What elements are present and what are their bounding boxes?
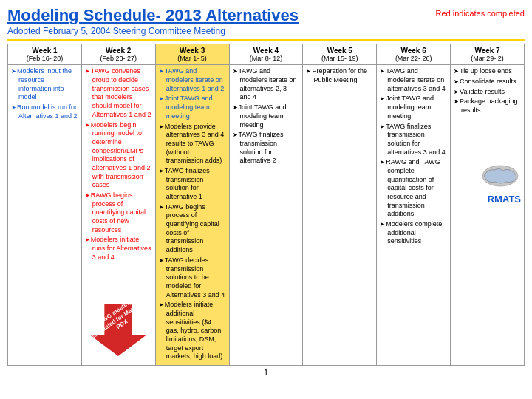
w3-item3: Modelers provide alternatives 3 and 4 re…: [159, 123, 226, 166]
w2-item3: RAWG begins process of quantifying capit…: [85, 191, 152, 234]
week2-date: (Feb 23- 27): [85, 55, 152, 62]
rmats-block: RMATS: [454, 117, 521, 206]
page: Modeling Schedule- 2013 Alternatives Ado…: [0, 0, 532, 380]
week5-label: Week 5: [306, 47, 373, 55]
col-week3: Week 3 (Mar 1- 5): [155, 44, 229, 65]
table-row: Modelers input the resource information …: [8, 65, 525, 366]
col-week6: Week 6 (Mar 22- 26): [377, 44, 451, 65]
w5-item1: Preparation for the Public Meeting: [306, 67, 373, 84]
rmats-label: RMATS: [454, 194, 521, 206]
cell-week6: TAWG and modelers iterate on alternative…: [377, 65, 451, 366]
w4-item2: Joint TAWG and modeling team meeting: [233, 103, 300, 129]
w3-item4: TAWG finalizes transmission solution for…: [159, 167, 226, 202]
header: Modeling Schedule- 2013 Alternatives Ado…: [7, 6, 525, 36]
divider: [7, 39, 525, 41]
w2-item1: TAWG convenes group to decide transmissi…: [85, 67, 152, 119]
cell-week1: Modelers input the resource information …: [8, 65, 82, 366]
page-number: 1: [264, 368, 268, 377]
w1-item1: Modelers input the resource information …: [11, 67, 78, 102]
week7-date: (Mar 29- 2): [454, 55, 521, 62]
w2-item4: Modelers initiate runs for Alternatives …: [85, 236, 152, 262]
arrow-container: TAWG meeting scheduled for Mar 9e at PDX: [85, 304, 151, 359]
week1-date: (Feb 16- 20): [11, 55, 78, 62]
w7-item1: Tie up loose ends: [454, 67, 521, 76]
red-note: Red indicates completed: [436, 9, 525, 18]
w7-item4: Package packaging results: [454, 98, 521, 115]
week6-label: Week 6: [380, 47, 447, 55]
w4-item3: TAWG finalizes transmission solution for…: [233, 131, 300, 166]
col-week7: Week 7 (Mar 29- 2): [451, 44, 525, 65]
schedule-table: Week 1 (Feb 16- 20) Week 2 (Feb 23- 27) …: [7, 44, 525, 366]
footer: 1: [7, 368, 525, 377]
cell-week2: TAWG convenes group to decide transmissi…: [81, 65, 155, 366]
week6-date: (Mar 22- 26): [380, 55, 447, 62]
cell-week4: TAWG and modelers iterate on alternative…: [229, 65, 303, 366]
w6-item5: Modelers complete additional sensitiviti…: [380, 220, 447, 246]
week3-label: Week 3: [159, 47, 226, 55]
us-map-icon: [480, 161, 521, 191]
w6-item3: TAWG finalizes transmission solution for…: [380, 123, 447, 157]
table-header-row: Week 1 (Feb 16- 20) Week 2 (Feb 23- 27) …: [8, 44, 525, 65]
w3-item2: Joint TAWG and modeling team meeting: [159, 95, 226, 120]
week1-label: Week 1: [11, 47, 78, 55]
w3-item6: TAWG decides transmission solutions to b…: [159, 256, 226, 299]
w2-item2: Modelers begin running model to determin…: [85, 121, 152, 191]
title-block: Modeling Schedule- 2013 Alternatives Ado…: [7, 6, 299, 36]
subtitle: Adopted February 5, 2004 Steering Commit…: [7, 26, 299, 36]
week3-date: (Mar 1- 5): [159, 55, 226, 62]
w6-item2: Joint TAWG and modeling team meeting: [380, 95, 447, 120]
week5-date: (Mar 15- 19): [306, 55, 373, 62]
w3-item7: Modelers initiate additional sensitiviti…: [159, 301, 226, 361]
cell-week5: Preparation for the Public Meeting: [303, 65, 377, 366]
col-week4: Week 4 (Mar 8- 12): [229, 44, 303, 65]
w7-item2: Consolidate results: [454, 78, 521, 86]
week7-label: Week 7: [454, 47, 521, 55]
week4-label: Week 4: [233, 47, 300, 55]
w4-item1: TAWG and modelers iterate on alternative…: [233, 67, 300, 102]
col-week5: Week 5 (Mar 15- 19): [303, 44, 377, 65]
w7-item3: Validate results: [454, 88, 521, 97]
w1-item2: Run model is run for Alternatives 1 and …: [11, 103, 78, 120]
cell-week3: TAWG and modelers iterate on alternative…: [155, 65, 229, 366]
w3-item5: TAWG begins process of quantifying capit…: [159, 203, 226, 255]
col-week1: Week 1 (Feb 16- 20): [8, 44, 82, 65]
main-title: Modeling Schedule- 2013 Alternatives: [7, 6, 299, 25]
w3-item1: TAWG and modelers iterate on alternative…: [159, 67, 226, 93]
week2-label: Week 2: [85, 47, 152, 55]
w6-item4: RAWG and TAWG complete quantification of…: [380, 158, 447, 219]
cell-week7: Tie up loose ends Consolidate results Va…: [451, 65, 525, 366]
w6-item1: TAWG and modelers iterate on alternative…: [380, 67, 447, 93]
week4-date: (Mar 8- 12): [233, 55, 300, 62]
col-week2: Week 2 (Feb 23- 27): [81, 44, 155, 65]
